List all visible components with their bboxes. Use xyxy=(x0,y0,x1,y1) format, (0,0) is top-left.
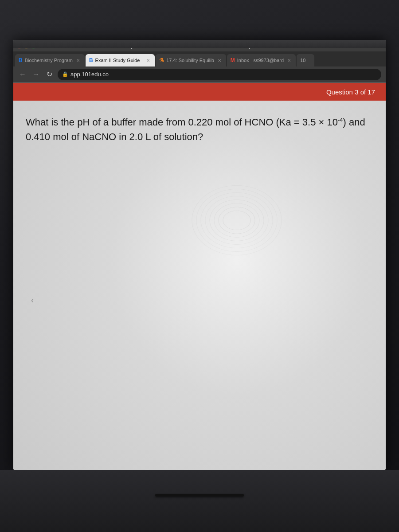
browser-tab-3[interactable]: ⚗ 17.4: Solubility Equilib ✕ xyxy=(156,54,226,66)
question-counter: Question 3 of 17 xyxy=(326,88,375,96)
address-bar: ← → ↻ 🔒 app.101edu.co xyxy=(13,66,386,82)
forward-button[interactable]: → xyxy=(31,70,41,78)
page-back-arrow[interactable]: ‹ xyxy=(31,296,34,305)
back-button[interactable]: ← xyxy=(18,70,27,78)
lock-icon: 🔒 xyxy=(62,71,68,77)
tab2-title: Exam II Study Guide - xyxy=(95,58,143,63)
tab2-close-button[interactable]: ✕ xyxy=(145,57,151,63)
screen-bezel-top xyxy=(13,40,386,48)
reload-button[interactable]: ↻ xyxy=(44,70,54,78)
screen-area: hrome File Edit View History Bookmarks P… xyxy=(13,40,386,470)
question-text: What is the pH of a buffer made from 0.2… xyxy=(26,115,373,144)
url-input-box[interactable]: 🔒 app.101edu.co xyxy=(58,69,381,80)
tabs-bar: B Biochemistry Program ✕ B Exam II Study… xyxy=(13,51,386,66)
tab3-title: 17.4: Solubility Equilib xyxy=(166,58,214,63)
tab2-favicon: B xyxy=(89,57,93,63)
tab5-title: 10 xyxy=(300,58,311,63)
laptop-vent xyxy=(155,494,244,497)
tab1-title: Biochemistry Program xyxy=(25,58,73,63)
question-progress-bar: Question 3 of 17 xyxy=(13,83,386,101)
browser-tab-4[interactable]: M Inbox - ss9973@bard ✕ xyxy=(227,54,296,66)
browser-tab-1[interactable]: B Biochemistry Program ✕ xyxy=(15,54,85,66)
laptop-bottom xyxy=(0,470,399,532)
tab4-favicon: M xyxy=(231,57,235,63)
content-area: ‹ What is the pH of a buffer made from 0… xyxy=(13,101,386,470)
tab1-close-button[interactable]: ✕ xyxy=(75,57,81,63)
url-text: app.101edu.co xyxy=(70,71,109,78)
browser-tab-2[interactable]: B Exam II Study Guide - ✕ xyxy=(86,54,155,66)
tab3-close-button[interactable]: ✕ xyxy=(216,57,223,63)
tab4-title: Inbox - ss9973@bard xyxy=(237,58,284,63)
browser-tab-5[interactable]: 10 xyxy=(297,54,314,66)
background-pattern xyxy=(13,101,386,470)
tab1-favicon: B xyxy=(19,57,23,63)
tab4-close-button[interactable]: ✕ xyxy=(286,57,292,63)
tab3-favicon: ⚗ xyxy=(159,57,164,63)
